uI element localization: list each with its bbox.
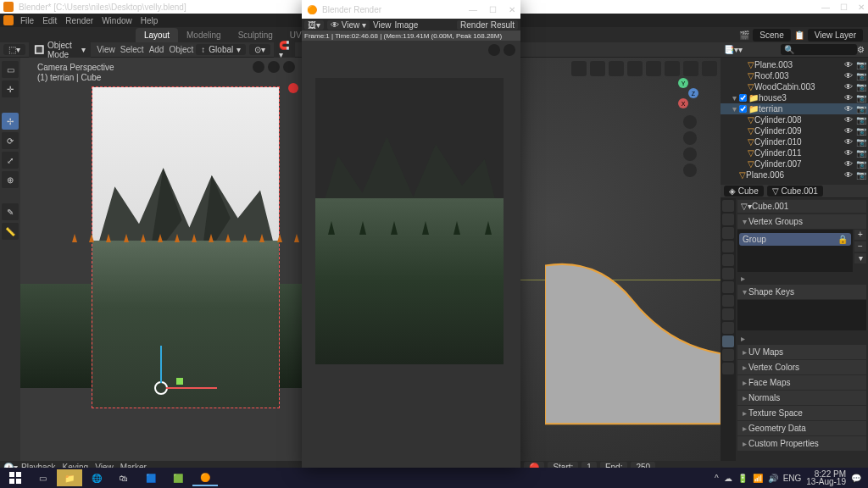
outliner-render-icon[interactable]: 📷 [856, 82, 866, 92]
panel-face-maps[interactable]: Face Maps [737, 375, 866, 390]
selectability-icon[interactable] [571, 61, 587, 76]
panel-geometry-data[interactable]: Geometry Data [737, 421, 866, 435]
render-titlebar[interactable]: 🟠 Blender Render — ☐ ✕ [302, 0, 520, 19]
vertex-group-item[interactable]: Group🔒 [739, 233, 851, 246]
close-button[interactable]: ✕ [858, 3, 865, 12]
app-icon[interactable]: 🟩 [165, 469, 191, 486]
outliner-item[interactable]: ▾📁 terrian👁📷 [721, 103, 868, 114]
vp1-view-menu[interactable]: View [97, 45, 115, 54]
gizmo-toggle-icon[interactable] [253, 61, 264, 73]
tray-clock[interactable]: 8:22 PM13-Aug-19 [806, 470, 846, 485]
tray-cloud-icon[interactable]: ☁ [724, 474, 732, 483]
outliner-visibility-icon[interactable]: 👁 [844, 82, 853, 92]
tab-scene-icon[interactable] [722, 241, 734, 252]
panel-vertex-groups[interactable]: Vertex Groups [737, 214, 866, 229]
store-icon[interactable]: 🛍 [111, 469, 136, 486]
menu-help[interactable]: Help [141, 16, 159, 25]
menu-render[interactable]: Render [65, 16, 93, 25]
outliner-item[interactable]: ▽ Plane.003👁📷 [721, 59, 868, 70]
outliner-render-icon[interactable]: 📷 [856, 60, 866, 69]
vertex-group-list[interactable]: Group🔒 [737, 230, 853, 272]
render-image-menu[interactable]: Image [395, 20, 419, 30]
tray-battery-icon[interactable]: 🔋 [737, 474, 748, 483]
outliner-render-icon[interactable]: 📷 [856, 104, 866, 114]
zoom-icon[interactable] [683, 115, 697, 129]
gizmo-x-axis[interactable] [166, 387, 217, 389]
outliner-render-icon[interactable]: 📷 [856, 93, 866, 103]
outliner-item[interactable]: ▽ Cylinder.008👁📷 [721, 114, 868, 125]
overlay-toggle-icon[interactable] [268, 61, 280, 73]
tray-wifi-icon[interactable]: 📶 [753, 474, 763, 483]
editor-type-icon[interactable]: ⬚▾ [3, 44, 25, 55]
filter-icon[interactable]: ⚙ [857, 45, 865, 54]
gizmo2-icon[interactable] [590, 61, 605, 76]
misc-app-icon[interactable]: 🟦 [138, 469, 164, 486]
shading-look-icon[interactable] [683, 61, 698, 76]
outliner-visibility-icon[interactable]: 👁 [844, 159, 853, 169]
outliner-item[interactable]: ▽ WoodCabin.003👁📷 [721, 81, 868, 92]
render-editor-icon[interactable]: 🖼▾ [304, 20, 324, 30]
group-menu-button[interactable]: ▾ [854, 253, 866, 263]
panel-uv-maps[interactable]: UV Maps [737, 345, 866, 359]
tray-volume-icon[interactable]: 🔊 [768, 474, 778, 483]
menu-file[interactable]: File [20, 16, 34, 25]
tool-scale[interactable]: ⤢ [2, 152, 19, 169]
outliner-visibility-icon[interactable]: 👁 [844, 93, 853, 103]
tab-modeling[interactable]: Modeling [178, 28, 230, 42]
xray2-icon[interactable] [627, 61, 643, 76]
camera-view-icon[interactable] [683, 147, 697, 161]
outliner-render-icon[interactable]: 📷 [856, 115, 866, 125]
vp1-object-menu[interactable]: Object [169, 45, 193, 54]
transform-gizmo[interactable] [154, 381, 168, 395]
outliner-visibility-icon[interactable]: 👁 [844, 170, 853, 180]
snap-selector[interactable]: 🧲▾ [274, 40, 295, 60]
collection-checkbox[interactable] [739, 94, 747, 102]
tab-constraint-icon[interactable] [722, 322, 734, 334]
lock-icon[interactable]: 🔒 [837, 235, 848, 244]
render-window[interactable]: 🟠 Blender Render — ☐ ✕ 🖼▾ 👁 View ▾ View … [302, 0, 520, 468]
menu-window[interactable]: Window [102, 16, 132, 25]
outliner-item[interactable]: ▽ Cylinder.007👁📷 [721, 158, 868, 169]
outliner-render-icon[interactable]: 📷 [856, 137, 866, 147]
vp1-add-menu[interactable]: Add [149, 45, 164, 54]
render-close-button[interactable]: ✕ [509, 5, 515, 14]
tab-viewlayer-icon[interactable] [722, 227, 734, 239]
shading-wire-icon[interactable] [646, 61, 661, 76]
outliner-visibility-icon[interactable]: 👁 [844, 60, 853, 69]
add-group-button[interactable]: + [854, 230, 866, 240]
outliner-visibility-icon[interactable]: 👁 [844, 104, 853, 114]
tab-material-icon[interactable] [722, 349, 734, 361]
blender-taskbar-icon[interactable]: 🟠 [192, 469, 218, 486]
panel-vertex-colors[interactable]: Vertex Colors [737, 360, 866, 374]
tray-chevron-icon[interactable]: ^ [715, 474, 719, 483]
outliner[interactable]: ▽ Plane.003👁📷▽ Roof.003👁📷▽ WoodCabin.003… [721, 58, 868, 185]
sk-collapsed-arrow[interactable]: ▸ [737, 332, 866, 345]
shading-solid-icon[interactable] [665, 61, 680, 76]
viewport-left[interactable]: Camera Perspective (1) terrian | Cube [20, 58, 302, 461]
outliner-item[interactable]: ▽ Cylinder.011👁📷 [721, 147, 868, 158]
tool-rotate[interactable]: ⟳ [2, 132, 19, 149]
tab-data-icon[interactable] [722, 336, 734, 347]
breadcrumb-item[interactable]: ◈ Cube [724, 186, 764, 197]
outliner-display-mode[interactable]: ▾ [738, 45, 743, 54]
tab-world-icon[interactable] [722, 254, 734, 266]
outliner-render-icon[interactable]: 📷 [856, 71, 866, 80]
outliner-visibility-icon[interactable]: 👁 [844, 137, 853, 147]
viewlayer-selector[interactable]: View Layer [808, 29, 863, 42]
tool-transform[interactable]: ⊕ [2, 171, 19, 188]
outliner-search-input[interactable] [794, 45, 845, 54]
vp1-select-menu[interactable]: Select [120, 45, 144, 54]
outliner-render-icon[interactable]: 📷 [856, 148, 866, 158]
shape-keys-list[interactable] [737, 300, 866, 330]
outliner-item[interactable]: ▽ Cylinder.010👁📷 [721, 136, 868, 147]
panel-shape-keys[interactable]: Shape Keys [737, 285, 866, 299]
outliner-render-icon[interactable]: 📷 [856, 126, 866, 136]
gizmo-z-axis[interactable] [160, 346, 162, 383]
windows-taskbar[interactable]: ▭ 📁 🌐 🛍 🟦 🟩 🟠 ^ ☁ 🔋 📶 🔊 ENG 8:22 PM13-Au… [0, 468, 868, 488]
tool-select[interactable]: ▭ [2, 61, 19, 78]
maximize-button[interactable]: ☐ [840, 3, 848, 12]
orbit-gizmo[interactable]: Y Z X [668, 78, 698, 108]
taskview-icon[interactable]: ▭ [30, 469, 55, 486]
menu-edit[interactable]: Edit [42, 16, 57, 25]
outliner-item[interactable]: ▾📁 house3👁📷 [721, 92, 868, 103]
